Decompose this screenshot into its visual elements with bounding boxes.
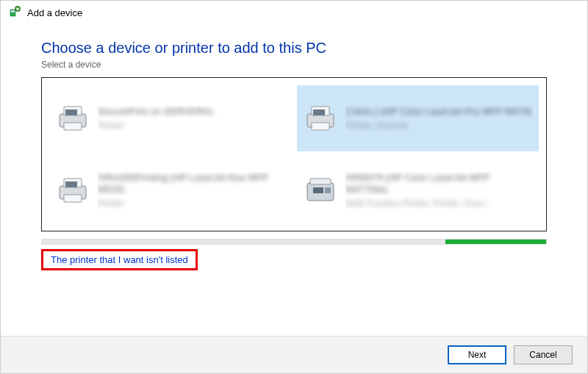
next-button[interactable]: Next bbox=[448, 345, 506, 364]
cancel-button[interactable]: Cancel bbox=[514, 345, 573, 364]
device-name: ColorLJ (HP Color LaserJet Pro MFP M479) bbox=[345, 106, 533, 118]
printer-icon bbox=[303, 101, 338, 136]
page-subheading: Select a device bbox=[41, 60, 547, 70]
titlebar: Add a device bbox=[1, 1, 587, 25]
svg-rect-14 bbox=[64, 195, 82, 202]
svg-rect-13 bbox=[65, 181, 77, 187]
svg-rect-10 bbox=[312, 123, 329, 130]
mfp-icon bbox=[303, 173, 338, 208]
device-item-3[interactable]: HRM479 (HP Color LaserJet MFP M477fdw) M… bbox=[297, 157, 539, 223]
progress-fill bbox=[445, 240, 546, 244]
device-type: Multi Function Printer, Printer, Scan... bbox=[345, 198, 533, 209]
add-device-window: Add a device Choose a device or printer … bbox=[0, 0, 588, 374]
device-item-0[interactable]: SecurePrint on SERVER01 Printer bbox=[49, 85, 291, 151]
device-name: SecurePrint on SERVER01 bbox=[98, 106, 285, 118]
device-name: HRm305Printing (HP LaserJet flow MFP M52… bbox=[98, 172, 285, 195]
svg-rect-6 bbox=[64, 123, 82, 130]
not-listed-highlight: The printer that I want isn't listed bbox=[41, 249, 198, 270]
device-list: SecurePrint on SERVER01 Printer ColorLJ … bbox=[41, 77, 547, 231]
link-row: The printer that I want isn't listed bbox=[41, 249, 547, 270]
footer-buttons: Next Cancel bbox=[1, 336, 587, 373]
device-item-2[interactable]: HRm305Printing (HP LaserJet flow MFP M52… bbox=[49, 157, 291, 223]
device-type: Printer, Scanner bbox=[345, 121, 533, 131]
device-type: Printer bbox=[98, 121, 285, 131]
svg-rect-16 bbox=[310, 179, 331, 184]
svg-rect-18 bbox=[325, 187, 331, 193]
window-title: Add a device bbox=[27, 7, 82, 18]
device-name: HRM479 (HP Color LaserJet MFP M477fdw) bbox=[345, 172, 533, 195]
svg-rect-17 bbox=[313, 187, 323, 193]
svg-rect-9 bbox=[313, 109, 325, 115]
add-device-icon bbox=[8, 5, 21, 21]
search-progress bbox=[41, 239, 547, 245]
printer-icon bbox=[55, 101, 90, 136]
printer-icon bbox=[55, 173, 90, 208]
svg-rect-5 bbox=[65, 109, 77, 115]
printer-not-listed-link[interactable]: The printer that I want isn't listed bbox=[51, 254, 188, 265]
content-area: Choose a device or printer to add to thi… bbox=[1, 25, 587, 336]
device-item-1[interactable]: ColorLJ (HP Color LaserJet Pro MFP M479)… bbox=[297, 85, 539, 151]
svg-rect-1 bbox=[11, 10, 15, 12]
page-heading: Choose a device or printer to add to thi… bbox=[41, 40, 547, 57]
device-type: Printer bbox=[98, 198, 285, 209]
